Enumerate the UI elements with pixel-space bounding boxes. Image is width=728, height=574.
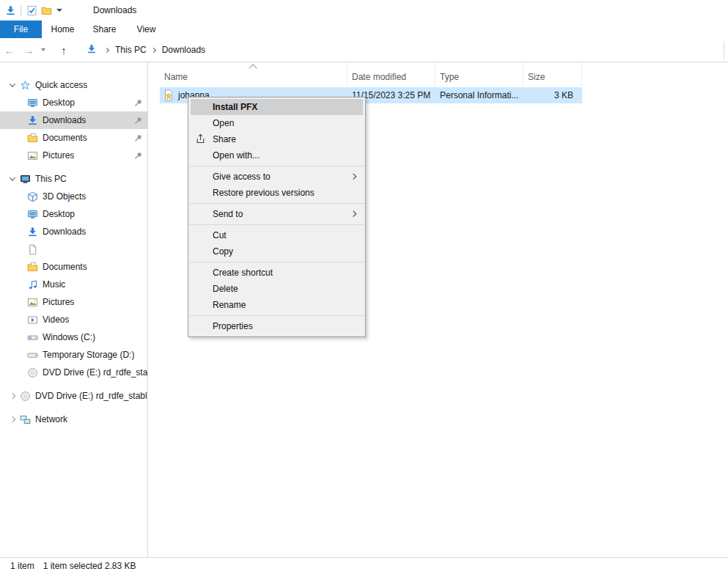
sidebar-item-pictures[interactable]: Pictures: [0, 147, 147, 164]
menu-item-give-access-to[interactable]: Give access to: [188, 169, 365, 185]
forward-button[interactable]: →: [19, 40, 38, 59]
quick-access-star-icon: [19, 79, 31, 91]
sidebar-item-label: DVD Drive (E:) rd_rdfe_stable: [43, 367, 147, 378]
videos-icon: [26, 314, 38, 325]
sidebar-item-this-pc[interactable]: This PC: [0, 170, 147, 188]
sidebar-item-label: Documents: [43, 262, 87, 272]
certificate-file-icon: [163, 89, 174, 101]
sidebar-item-network[interactable]: Network: [0, 411, 147, 428]
menu-item-delete[interactable]: Delete: [188, 281, 365, 297]
menu-item-send-to[interactable]: Send to: [188, 206, 365, 222]
qat-customize-chevron-down-icon[interactable]: [56, 9, 62, 12]
column-headers: Name Date modified Type Size: [160, 62, 582, 86]
sidebar-item-desktop[interactable]: Desktop: [0, 94, 147, 111]
column-header-label: Size: [528, 72, 545, 82]
pictures-icon: [26, 296, 38, 308]
breadcrumb-item-this-pc[interactable]: This PC: [114, 41, 148, 59]
menu-item-copy[interactable]: Copy: [188, 243, 365, 260]
chevron-down-icon[interactable]: [6, 83, 19, 87]
qat-properties-button[interactable]: [25, 4, 38, 17]
submenu-chevron-right-icon: [350, 174, 356, 180]
pictures-icon: [26, 150, 38, 161]
this-pc-section: This PC 3D Objects Desktop Downloads: [0, 170, 147, 381]
chevron-down-icon: [41, 48, 45, 51]
network-icon: [19, 413, 31, 425]
sidebar-item-label: Desktop: [43, 97, 75, 108]
sidebar-item-downloads[interactable]: Downloads: [0, 111, 147, 129]
sidebar-item-videos[interactable]: Videos: [0, 311, 147, 328]
documents-icon: [26, 261, 38, 273]
column-header-label: Date modified: [352, 72, 406, 82]
tab-share[interactable]: Share: [84, 21, 125, 38]
qat-new-folder-button[interactable]: [40, 4, 53, 17]
column-header-type[interactable]: Type: [435, 62, 523, 86]
up-arrow-icon: ↑: [61, 44, 67, 56]
dvd-drive-icon: [19, 390, 31, 402]
pin-icon: [133, 133, 143, 143]
sidebar-item-quick-access[interactable]: Quick access: [0, 76, 147, 94]
up-button[interactable]: ↑: [54, 40, 73, 59]
window-icon[interactable]: [4, 4, 17, 17]
context-menu: Install PFX Open Share Open with... Give…: [188, 97, 366, 337]
sidebar-item-documents[interactable]: Documents: [0, 129, 147, 147]
tab-view[interactable]: View: [125, 21, 167, 38]
menu-item-open-with[interactable]: Open with...: [188, 147, 365, 163]
sidebar-item-label: Music: [43, 279, 65, 290]
sidebar-item-dvd-drive-root[interactable]: DVD Drive (E:) rd_rdfe_stable.: [0, 387, 147, 405]
folder-icon: [41, 5, 52, 16]
sidebar-item-desktop-pc[interactable]: Desktop: [0, 205, 147, 223]
navigation-pane: Quick access Desktop Downloads Documents: [0, 62, 148, 557]
menu-item-label: Give access to: [213, 172, 271, 182]
column-header-size[interactable]: Size: [523, 62, 582, 86]
address-bar[interactable]: This PC Downloads: [87, 41, 728, 59]
sort-ascending-icon: [249, 64, 257, 72]
sidebar-item-3d-objects[interactable]: 3D Objects: [0, 188, 147, 205]
back-arrow-icon: ←: [4, 44, 15, 56]
menu-item-rename[interactable]: Rename: [188, 297, 365, 313]
downloads-icon: [26, 226, 38, 238]
sidebar-item-label: Documents: [43, 133, 87, 143]
pin-icon: [133, 98, 143, 108]
desktop-icon: [26, 208, 38, 220]
chevron-right-icon[interactable]: [6, 417, 19, 422]
sidebar-item-music[interactable]: Music: [0, 276, 147, 293]
document-icon: [26, 243, 38, 255]
sidebar-item-label: Downloads: [43, 115, 86, 125]
menu-item-install-pfx[interactable]: Install PFX: [191, 99, 363, 115]
dvd-root-section: DVD Drive (E:) rd_rdfe_stable.: [0, 387, 147, 405]
chevron-right-icon[interactable]: [6, 394, 19, 398]
sidebar-item-label: Desktop: [43, 209, 75, 219]
tab-file[interactable]: File: [0, 21, 42, 38]
sidebar-item-label: Downloads: [43, 227, 86, 237]
menu-item-cut[interactable]: Cut: [188, 227, 365, 243]
tab-home[interactable]: Home: [42, 21, 84, 38]
back-button[interactable]: ←: [0, 40, 19, 59]
column-header-label: Type: [440, 72, 459, 82]
this-pc-icon: [19, 173, 31, 185]
pin-icon: [133, 116, 143, 125]
sidebar-item-unnamed[interactable]: [0, 240, 147, 258]
column-header-name[interactable]: Name: [160, 62, 348, 86]
column-header-date-modified[interactable]: Date modified: [348, 62, 435, 86]
sidebar-item-dvd-drive-e[interactable]: DVD Drive (E:) rd_rdfe_stable: [0, 364, 147, 381]
sidebar-item-documents-pc[interactable]: Documents: [0, 258, 147, 276]
menu-item-restore-previous-versions[interactable]: Restore previous versions: [188, 185, 365, 201]
breadcrumb-item-downloads[interactable]: Downloads: [161, 41, 207, 59]
sidebar-item-downloads-pc[interactable]: Downloads: [0, 223, 147, 240]
menu-item-open[interactable]: Open: [188, 115, 365, 131]
sidebar-item-windows-c[interactable]: Windows (C:): [0, 328, 147, 346]
pin-icon: [133, 151, 143, 161]
titlebar: Downloads: [0, 0, 728, 21]
chevron-down-icon[interactable]: [6, 177, 19, 181]
file-type: Personal Informati...: [435, 90, 523, 100]
sidebar-item-label: Videos: [43, 314, 69, 325]
menu-item-share[interactable]: Share: [188, 131, 365, 147]
menu-item-properties[interactable]: Properties: [188, 318, 365, 334]
sidebar-item-pictures-pc[interactable]: Pictures: [0, 293, 147, 311]
recent-locations-button[interactable]: [38, 40, 48, 59]
sidebar-item-temporary-storage-d[interactable]: Temporary Storage (D:): [0, 346, 147, 364]
documents-icon: [26, 132, 38, 144]
search-box-divider: [724, 41, 724, 59]
menu-item-create-shortcut[interactable]: Create shortcut: [188, 265, 365, 281]
sidebar-item-label: DVD Drive (E:) rd_rdfe_stable.: [35, 391, 147, 401]
